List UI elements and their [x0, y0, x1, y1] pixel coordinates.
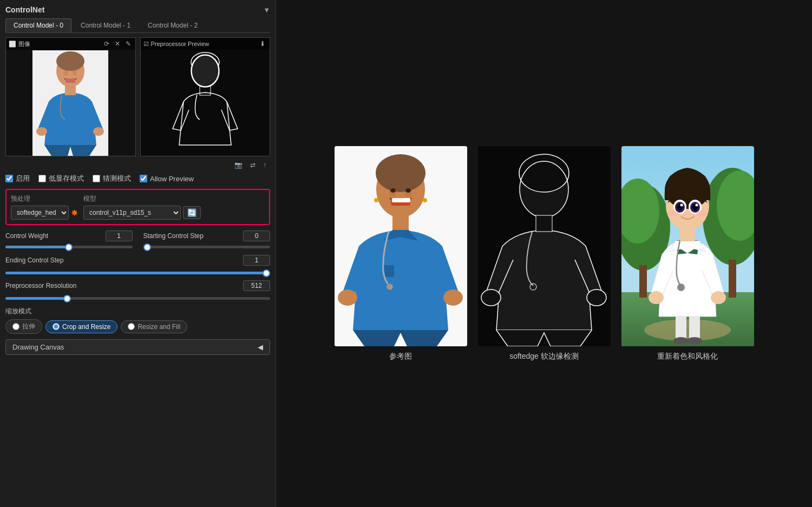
- weight-starting-container: Control Weight Starting Control Step: [5, 231, 270, 248]
- svg-point-55: [677, 284, 685, 291]
- model-select-wrapper: control_v11p_sd15_s control_v11p_sd15_ca…: [83, 206, 265, 220]
- source-image-header: ⬜ 图像 ⟳ ✕ ✎: [6, 38, 135, 50]
- source-image-box: ⬜ 图像 ⟳ ✕ ✎: [5, 37, 136, 156]
- starting-step-col: Starting Control Step: [143, 231, 271, 248]
- upload-toolbar-button[interactable]: ↑: [261, 161, 268, 169]
- close-source-button[interactable]: ✕: [113, 39, 122, 48]
- preview-checkbox[interactable]: [140, 175, 147, 182]
- result-col-ref: 参考图: [335, 146, 467, 361]
- result-image-ref: [335, 146, 467, 346]
- preprocessor-select-wrapper: softedge_hed none canny depth openpose ✸: [11, 206, 78, 220]
- svg-point-6: [64, 70, 68, 76]
- svg-point-30: [423, 198, 427, 202]
- source-nurse-svg: [32, 50, 108, 156]
- svg-point-67: [668, 210, 679, 217]
- resize-fill-radio[interactable]: Resize and Fill: [121, 320, 187, 333]
- edit-source-button[interactable]: ✎: [124, 39, 133, 48]
- starting-step-value[interactable]: [243, 231, 270, 241]
- preview-checkbox-item[interactable]: Allow Preview: [140, 175, 194, 183]
- svg-point-51: [673, 337, 689, 345]
- drawing-canvas-bar[interactable]: Drawing Canvas ◀: [5, 339, 270, 355]
- result-col-edge: softedge 软边缘检测: [478, 146, 611, 361]
- svg-rect-3: [65, 85, 76, 95]
- enable-checkbox[interactable]: [5, 175, 13, 182]
- control-weight-value[interactable]: [106, 231, 133, 241]
- preprocessor-label: 预处理: [11, 194, 78, 203]
- download-preview-button[interactable]: ⬇: [258, 39, 267, 48]
- crop-resize-radio-input[interactable]: [53, 323, 60, 330]
- result-nurse-photo-svg: [335, 146, 467, 346]
- toolbar-row: 📷 ⇄ ↑: [5, 161, 270, 169]
- zoom-mode-label: 缩放模式: [5, 307, 270, 316]
- preview-image-box: ☑ Preprocessor Preview ⬇: [140, 37, 271, 156]
- tab-control-model-0[interactable]: Control Model - 0: [5, 18, 71, 32]
- preview-image-header: ☑ Preprocessor Preview ⬇: [141, 38, 270, 50]
- lowvram-checkbox[interactable]: [38, 175, 46, 182]
- control-weight-row: Control Weight: [5, 231, 133, 241]
- resize-fill-radio-input[interactable]: [128, 323, 135, 330]
- stretch-label: 拉伸: [22, 322, 35, 331]
- svg-point-20: [390, 188, 396, 193]
- result-edge-svg: [478, 146, 611, 346]
- tab-control-model-2[interactable]: Control Model - 2: [140, 18, 206, 32]
- image-icon: ⬜: [9, 41, 16, 48]
- control-weight-label: Control Weight: [5, 232, 48, 240]
- model-label: 模型: [83, 194, 265, 203]
- svg-point-53: [649, 291, 664, 304]
- collapse-arrow[interactable]: ▼: [263, 6, 270, 14]
- control-weight-slider[interactable]: [5, 246, 133, 248]
- preprocessor-model-row: 预处理 softedge_hed none canny depth openpo…: [11, 194, 265, 220]
- result-images: 参考图: [335, 146, 754, 361]
- preview-image-label: ☑ Preprocessor Preview: [143, 41, 209, 48]
- svg-point-54: [711, 291, 726, 304]
- svg-point-21: [405, 188, 411, 193]
- resolution-value[interactable]: [243, 280, 270, 291]
- guess-checkbox-item[interactable]: 猜测模式: [93, 174, 131, 183]
- swap-toolbar-button[interactable]: ⇄: [248, 161, 257, 169]
- model-refresh-button[interactable]: 🔄: [183, 206, 201, 219]
- preprocessor-field: 预处理 softedge_hed none canny depth openpo…: [11, 194, 78, 220]
- svg-point-52: [687, 337, 702, 345]
- svg-point-17: [376, 154, 425, 192]
- enable-checkbox-item[interactable]: 启用: [5, 174, 30, 183]
- svg-point-2: [56, 51, 84, 71]
- svg-point-68: [696, 210, 707, 217]
- stretch-radio-input[interactable]: [12, 323, 19, 330]
- preview-checkbox-icon: ☑: [143, 41, 149, 48]
- svg-rect-24: [392, 215, 409, 232]
- result-caption-ref: 参考图: [389, 352, 412, 361]
- svg-point-25: [338, 289, 357, 306]
- tab-bar: Control Model - 0 Control Model - 1 Cont…: [5, 18, 270, 33]
- camera-toolbar-button[interactable]: 📷: [233, 161, 244, 169]
- model-select[interactable]: control_v11p_sd15_s control_v11p_sd15_ca…: [83, 206, 181, 220]
- control-weight-col: Control Weight: [5, 231, 133, 248]
- weight-starting-section: Control Weight Starting Control Step: [5, 231, 270, 251]
- svg-point-4: [36, 127, 47, 136]
- ending-step-row: Ending Control Step: [5, 255, 270, 266]
- lowvram-checkbox-item[interactable]: 低显存模式: [38, 174, 84, 183]
- svg-rect-47: [729, 260, 736, 298]
- resolution-row: Preprocessor Resolution: [5, 280, 270, 291]
- resize-fill-label: Resize and Fill: [137, 323, 180, 331]
- svg-rect-23: [392, 198, 410, 202]
- ending-step-label: Ending Control Step: [5, 256, 63, 264]
- crop-resize-label: Crop and Resize: [62, 323, 110, 331]
- svg-point-7: [73, 70, 77, 76]
- ending-step-value[interactable]: [243, 255, 270, 266]
- tab-control-model-1[interactable]: Control Model - 1: [73, 18, 139, 32]
- result-image-anime: [621, 146, 754, 346]
- preprocessor-select[interactable]: softedge_hed none canny depth openpose: [11, 206, 69, 220]
- resolution-slider[interactable]: [5, 297, 270, 300]
- ending-step-slider[interactable]: [5, 272, 270, 274]
- image-row: ⬜ 图像 ⟳ ✕ ✎: [5, 37, 270, 156]
- svg-point-65: [680, 203, 683, 206]
- svg-point-66: [695, 203, 698, 206]
- starting-step-slider[interactable]: [143, 246, 271, 248]
- starting-step-label: Starting Control Step: [143, 232, 204, 240]
- guess-checkbox[interactable]: [93, 175, 100, 182]
- crop-resize-radio[interactable]: Crop and Resize: [45, 320, 117, 333]
- stretch-radio[interactable]: 拉伸: [5, 319, 42, 334]
- svg-point-36: [481, 289, 501, 306]
- refresh-source-button[interactable]: ⟳: [102, 39, 111, 48]
- svg-point-29: [374, 198, 378, 202]
